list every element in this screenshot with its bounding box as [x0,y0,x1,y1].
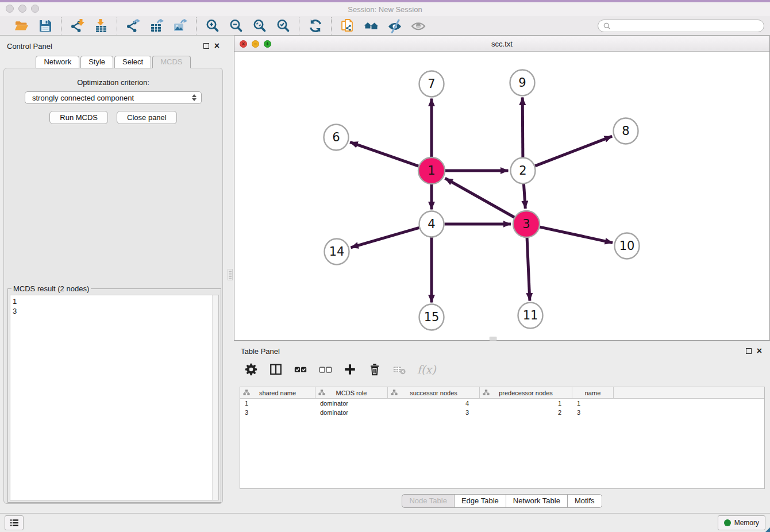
tab-style[interactable]: Style [80,56,113,68]
tab-select[interactable]: Select [114,56,151,68]
export-table-button[interactable] [148,18,165,34]
svg-text:1: 1 [428,164,435,178]
svg-text:4: 4 [428,217,435,231]
window-resize-grip[interactable] [765,527,770,532]
task-history-button[interactable] [5,515,24,530]
table-row[interactable]: 1dominator411 [240,399,764,408]
edge-1-6[interactable] [350,142,418,166]
show-panels-icon [411,18,426,33]
svg-text:3: 3 [522,217,530,231]
tab-node-table[interactable]: Node Table [402,494,455,508]
column-header-predecessor-nodes[interactable]: predecessor nodes [480,387,572,398]
column-sort-icon[interactable] [318,389,325,396]
edge-3-10[interactable] [540,227,613,243]
search-box[interactable] [598,20,764,32]
select-all-rows-button[interactable] [294,363,307,376]
horizontal-scrollbar-thumb[interactable] [490,337,496,341]
tab-motifs[interactable]: Motifs [567,494,602,508]
graph-node-4[interactable]: 4 [419,211,444,237]
show-panels-button[interactable] [410,18,426,34]
copy-network-button[interactable] [339,18,356,34]
maximize-window-button[interactable] [31,5,39,13]
criterion-select[interactable]: strongly connected component [25,91,202,104]
apply-layout-button[interactable] [307,18,324,34]
minimize-window-button[interactable] [18,5,26,13]
open-folder-button[interactable] [13,18,30,34]
zoom-in-button[interactable] [204,18,221,34]
edge-2-9[interactable] [522,98,523,158]
graph-node-15[interactable]: 15 [419,304,444,330]
mcds-result-textarea[interactable]: 1 3 [10,295,219,500]
graph-node-6[interactable]: 6 [324,125,349,151]
network-maximize-button[interactable]: + [264,40,271,48]
result-scrollbar[interactable] [212,295,218,500]
graph-node-2[interactable]: 2 [511,158,536,184]
close-panel-button[interactable]: Close panel [117,111,177,124]
network-graph[interactable]: 7968124314101511 [234,52,769,340]
column-sort-icon[interactable] [391,389,398,396]
import-table-button[interactable] [93,18,109,34]
graph-node-10[interactable]: 10 [615,233,640,259]
hide-panels-button[interactable] [386,18,403,34]
graph-node-8[interactable]: 8 [614,118,638,144]
graph-node-7[interactable]: 7 [419,71,444,97]
table-row[interactable]: 3dominator323 [240,408,764,417]
tab-network[interactable]: Network [36,56,79,68]
edge-2-3[interactable] [523,184,525,209]
mcds-result-fieldset: MCDS result (2 nodes) 1 3 [7,284,221,503]
graph-node-1[interactable]: 1 [418,157,445,184]
column-visibility-button[interactable] [269,363,283,376]
select-all-rows-icon [294,363,307,376]
mcds-tab-content: Optimization criterion: strongly connect… [3,68,223,504]
run-mcds-button[interactable]: Run MCDS [49,111,108,124]
graph-node-3[interactable]: 3 [513,211,540,237]
save-session-button[interactable] [37,18,53,34]
close-table-panel-icon[interactable]: × [757,348,762,354]
export-image-button[interactable] [172,18,188,34]
svg-text:2: 2 [519,164,526,178]
edge-2-8[interactable] [535,136,612,166]
network-view-window: × − + scc.txt 7968124314101511 [234,36,770,341]
column-sort-icon[interactable] [243,389,250,396]
network-minimize-button[interactable]: − [252,40,259,48]
apply-layout-icon [308,18,323,33]
column-header-successor-nodes[interactable]: successor nodes [388,387,480,398]
zoom-out-button[interactable] [228,18,244,34]
float-table-panel-icon[interactable] [746,348,752,354]
app-window: Session: New Session Control Panel × Net… [0,0,770,532]
table-settings-button[interactable] [244,363,258,376]
delete-row-button[interactable] [368,363,382,376]
import-network-button[interactable] [69,18,86,34]
export-network-button[interactable] [125,18,141,34]
column-sort-icon[interactable] [483,389,490,396]
edge-3-1[interactable] [445,178,515,217]
column-label: shared name [259,390,296,396]
graph-node-14[interactable]: 14 [325,239,349,265]
home-button[interactable] [363,18,379,34]
float-panel-icon[interactable] [203,43,209,49]
graph-node-11[interactable]: 11 [518,303,543,329]
deselect-all-rows-icon [318,363,332,376]
memory-button[interactable]: Memory [718,515,765,530]
close-panel-icon[interactable]: × [214,43,220,49]
column-header-shared-name[interactable]: shared name [240,387,315,398]
zoom-fit-button[interactable] [251,18,268,34]
window-title: Session: New Session [0,5,770,14]
network-close-button[interactable]: × [240,40,247,48]
deselect-all-rows-button[interactable] [318,363,332,376]
close-window-button[interactable] [6,5,14,13]
column-header-MCDS-role[interactable]: MCDS role [315,387,388,398]
column-header-name[interactable]: name [572,387,614,398]
zoom-selected-button[interactable] [275,18,291,34]
edge-3-11[interactable] [527,238,530,301]
search-input[interactable] [614,21,759,30]
tab-mcds[interactable]: MCDS [152,56,190,68]
zoom-selected-icon [276,18,291,33]
tab-edge-table[interactable]: Edge Table [454,494,506,508]
edge-4-14[interactable] [351,228,419,248]
add-row-button[interactable] [343,363,357,376]
tab-network-table[interactable]: Network Table [506,494,568,508]
panel-splitter-grip[interactable] [228,269,233,280]
network-canvas[interactable]: 7968124314101511 [234,52,769,340]
graph-node-9[interactable]: 9 [510,70,535,96]
